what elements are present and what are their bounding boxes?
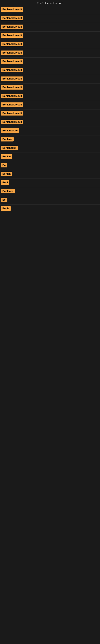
result-row: Bottleneck result: [0, 58, 100, 66]
bottleneck-badge-20[interactable]: Bottlen: [1, 172, 12, 176]
bottleneck-badge-3[interactable]: Bottleneck result: [1, 24, 23, 29]
result-row: Bottlen: [0, 153, 100, 162]
bottleneck-badge-8[interactable]: Bottleneck result: [1, 68, 23, 72]
site-title-container: TheBottlenecker.com: [0, 0, 100, 6]
results-list: Bottleneck resultBottleneck resultBottle…: [0, 6, 100, 213]
result-row: Bottleneck result: [0, 49, 100, 58]
bottleneck-badge-19[interactable]: Bo: [1, 163, 7, 168]
result-row: Bottleneck result: [0, 110, 100, 118]
result-row: Bottleneck result: [0, 101, 100, 110]
bottleneck-badge-17[interactable]: Bottleneck r: [1, 146, 18, 150]
bottleneck-badge-24[interactable]: Bottle: [1, 206, 11, 211]
bottleneck-badge-6[interactable]: Bottleneck result: [1, 50, 23, 55]
result-row: Bottlene: [0, 136, 100, 144]
bottleneck-badge-2[interactable]: Bottleneck result: [1, 16, 23, 20]
bottleneck-badge-11[interactable]: Bottleneck result: [1, 94, 23, 98]
result-row: Bottleneck r: [0, 144, 100, 153]
result-row: Bottleneck result: [0, 92, 100, 101]
result-row: Bottleneck result: [0, 32, 100, 40]
bottleneck-badge-15[interactable]: Bottleneck re: [1, 128, 19, 133]
bottleneck-badge-1[interactable]: Bottleneck result: [1, 7, 23, 12]
result-row: Bottleneck result: [0, 66, 100, 75]
result-row: Bottleneck result: [0, 84, 100, 92]
result-row: Bottleneck result: [0, 14, 100, 23]
result-row: Bottlen: [0, 170, 100, 179]
site-title: TheBottlenecker.com: [0, 0, 100, 6]
bottleneck-badge-9[interactable]: Bottleneck result: [1, 76, 23, 81]
result-row: Bottle: [0, 205, 100, 213]
bottleneck-badge-5[interactable]: Bottleneck result: [1, 42, 23, 46]
result-row: Bottleneck result: [0, 40, 100, 49]
result-row: Bottleneck result: [0, 118, 100, 127]
bottleneck-badge-7[interactable]: Bottleneck result: [1, 59, 23, 64]
bottleneck-badge-21[interactable]: Bottl: [1, 180, 9, 185]
bottleneck-badge-13[interactable]: Bottleneck result: [1, 111, 23, 116]
bottleneck-badge-16[interactable]: Bottlene: [1, 137, 14, 142]
result-row: Bottleneck result: [0, 6, 100, 14]
result-row: Bottlenec: [0, 187, 100, 196]
bottleneck-badge-4[interactable]: Bottleneck result: [1, 33, 23, 38]
result-row: Bo: [0, 196, 100, 205]
result-row: Bo: [0, 162, 100, 170]
bottleneck-badge-10[interactable]: Bottleneck result: [1, 85, 23, 90]
bottleneck-badge-18[interactable]: Bottlen: [1, 154, 12, 159]
bottleneck-badge-14[interactable]: Bottleneck result: [1, 120, 23, 124]
result-row: Bottl: [0, 179, 100, 187]
bottleneck-badge-22[interactable]: Bottlenec: [1, 189, 15, 194]
result-row: Bottleneck re: [0, 127, 100, 136]
bottleneck-badge-12[interactable]: Bottleneck result: [1, 102, 23, 107]
result-row: Bottleneck result: [0, 23, 100, 32]
bottleneck-badge-23[interactable]: Bo: [1, 198, 7, 202]
result-row: Bottleneck result: [0, 75, 100, 84]
